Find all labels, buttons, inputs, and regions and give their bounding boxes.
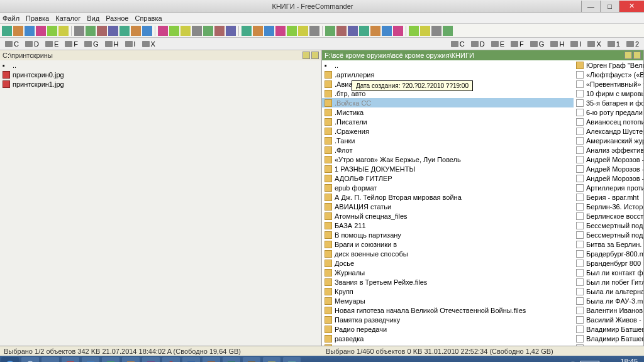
list-item[interactable]: АДОЛЬФ ГИТЛЕР [322, 173, 574, 183]
drive-button[interactable]: C [448, 40, 467, 48]
clock[interactable]: 18:45 21.07.2014 [603, 358, 638, 362]
list-item[interactable]: Серия Фронтовая Иллюстрация [322, 343, 574, 346]
list-item[interactable]: Андрей Морозов - история и те [574, 164, 644, 173]
taskbar-app-icon[interactable] [263, 357, 280, 362]
right-pane[interactable]: ▪...артиллерия.Авиация.бтр, авто.Войска … [322, 60, 644, 346]
list-item[interactable]: Мемуары [322, 296, 574, 305]
list-item[interactable]: 1 РАЗНЫЕ ДОКУМЕНТЫ [322, 164, 574, 173]
drive-button[interactable]: F [62, 40, 80, 48]
path-left[interactable]: C:\принтскрины [0, 50, 322, 60]
list-item[interactable]: В помощь партизану [322, 230, 574, 239]
taskbar-app-icon[interactable] [62, 357, 79, 362]
drive-button[interactable]: H [548, 40, 567, 48]
drive-button[interactable]: I [568, 40, 584, 48]
list-item[interactable]: А Дж. П. Тейлор Вторая мировая война [322, 192, 574, 202]
toolbar-icon[interactable] [25, 26, 35, 36]
list-item[interactable]: Был ли контакт фашистской Ге [574, 268, 644, 277]
menu-item[interactable]: Каталог [55, 14, 80, 22]
drive-button[interactable]: 1 [605, 40, 623, 48]
toolbar-icon[interactable] [336, 26, 347, 36]
toolbar-icon[interactable] [348, 26, 358, 36]
toolbar-icon[interactable] [253, 26, 263, 36]
toolbar-icon[interactable] [431, 26, 441, 36]
taskbar-app-icon[interactable] [122, 357, 140, 362]
drive-button[interactable]: G [82, 40, 101, 48]
left-pane[interactable]: ▪..принтскрин0.jpgпринтскрин1.jpg [0, 60, 322, 346]
taskbar-app-icon[interactable] [283, 357, 301, 362]
toolbar-icon[interactable] [242, 26, 252, 36]
list-item[interactable]: Американский журнал Collier's [574, 136, 644, 145]
list-item[interactable]: .Флот [322, 145, 574, 155]
toolbar-icon[interactable] [382, 26, 392, 36]
toolbar-icon[interactable] [47, 26, 57, 36]
list-item[interactable]: Брадербург-800.mht [574, 249, 644, 258]
list-item[interactable]: Владимир Батшев освобождён [574, 343, 644, 346]
list-item[interactable]: ▪.. [0, 60, 321, 70]
list-item[interactable]: .Мистика [322, 107, 574, 117]
toolbar-icon[interactable] [325, 26, 335, 36]
system-tray[interactable]: ▲ 🔊 РУС 18:45 21.07.2014 [552, 358, 643, 362]
toolbar-icon[interactable] [180, 26, 191, 36]
list-item[interactable]: Битва за Берлин. Неизвестная [574, 239, 644, 249]
tab-icon[interactable] [311, 52, 319, 59]
toolbar-icon[interactable] [192, 26, 202, 36]
drive-button[interactable]: E [489, 40, 507, 48]
taskbar-ie-icon[interactable] [21, 357, 39, 362]
toolbar-icon[interactable] [86, 26, 96, 36]
toolbar-icon[interactable] [142, 26, 152, 36]
toolbar-icon[interactable] [119, 26, 130, 36]
tab-icon[interactable] [625, 52, 632, 59]
menu-item[interactable]: Правка [26, 14, 49, 22]
start-button[interactable] [1, 357, 19, 362]
list-item[interactable]: Андрей Морозов - Неизвестны [574, 173, 644, 183]
list-item[interactable]: .Войска СС [322, 98, 574, 107]
toolbar-icon[interactable] [443, 26, 453, 36]
list-item[interactable]: Звания в Третьем Рейхе.files [322, 277, 574, 287]
toolbar-icon[interactable] [74, 26, 84, 36]
drive-button[interactable]: D [23, 40, 42, 48]
list-item[interactable]: epub формат [322, 183, 574, 192]
list-item[interactable]: Была ли альтернатива штурму [574, 287, 644, 296]
list-item[interactable]: Юрген Граф "Великая ложь ХХ [574, 60, 644, 70]
list-item[interactable]: ▪.. [322, 60, 574, 70]
list-item[interactable]: Бранденбург 800 » Военное об [574, 258, 644, 268]
list-item[interactable]: Берлин-36. История нацистско [574, 202, 644, 211]
drive-button[interactable]: H [103, 40, 121, 48]
taskbar-app-icon[interactable] [142, 357, 160, 362]
toolbar-icon[interactable] [370, 26, 380, 36]
drive-button[interactable]: X [140, 40, 158, 48]
list-item[interactable]: Враги и союзники в [322, 239, 574, 249]
toolbar-icon[interactable] [108, 26, 118, 36]
toolbar-icon[interactable] [169, 26, 179, 36]
list-item[interactable]: Андрей Морозов - история и те [574, 155, 644, 164]
toolbar-icon[interactable] [131, 26, 141, 36]
taskbar-app-icon[interactable] [223, 357, 240, 362]
toolbar-icon[interactable] [36, 26, 46, 36]
list-item[interactable]: Авианосец потопили одним са [574, 117, 644, 126]
menu-item[interactable]: Разное [106, 14, 128, 22]
tab-icon[interactable] [633, 52, 641, 59]
list-item[interactable]: Была ли ФАУ-3.mht [574, 296, 644, 305]
taskbar-app-icon[interactable] [162, 357, 180, 362]
menu-item[interactable]: Справка [135, 14, 162, 22]
list-item[interactable]: разведка [322, 334, 574, 343]
minimize-button[interactable]: — [581, 1, 600, 12]
toolbar-icon[interactable] [2, 26, 12, 36]
list-item[interactable]: Радио передачи [322, 324, 574, 334]
list-item[interactable]: Валентин Иванов - историки и [574, 305, 644, 315]
list-item[interactable]: Крупп [322, 287, 574, 296]
toolbar-icon[interactable] [214, 26, 225, 36]
list-item[interactable]: .Писатели [322, 117, 574, 126]
list-item[interactable]: Памятка разведчику [322, 315, 574, 324]
list-item[interactable]: «Превентивный» удар Красной [574, 79, 644, 89]
toolbar-icon[interactable] [393, 26, 403, 36]
list-item[interactable]: Владимир Батшев – мифы войн [574, 324, 644, 334]
list-item[interactable]: Новая гипотеза начала Великой Отечествен… [322, 305, 574, 315]
list-item[interactable]: Бессмертный подвиг донских и [574, 221, 644, 230]
list-item[interactable]: 35-я батарея и форт Максим Г [574, 98, 644, 107]
path-right[interactable]: F:\всё кроме оружия\всё кроме оружия\КНИ… [322, 50, 644, 60]
toolbar-icon[interactable] [226, 26, 236, 36]
list-item[interactable]: .артиллерия [322, 70, 574, 79]
toolbar-icon[interactable] [298, 26, 308, 36]
toolbar-icon[interactable] [287, 26, 297, 36]
